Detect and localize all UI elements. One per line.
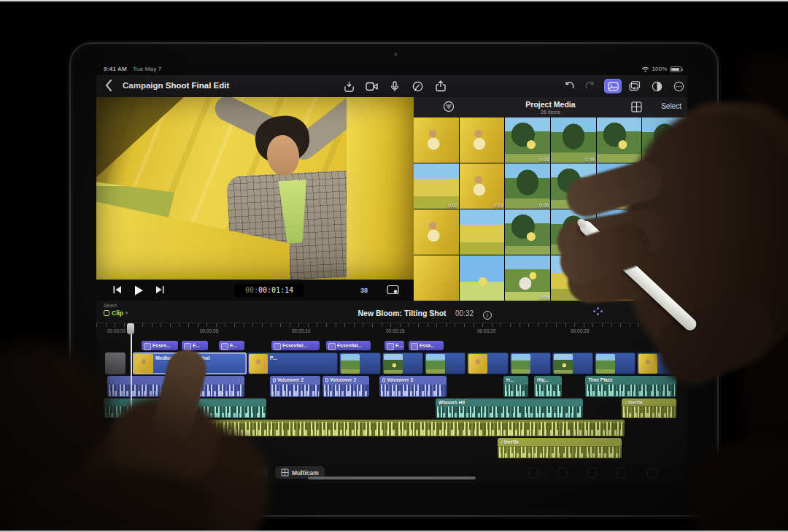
ruler-timecode-label: 00:00:20 <box>477 328 495 334</box>
thumbnail-duration-badge: 0:07 <box>448 203 457 208</box>
photo-top-border <box>0 0 788 1</box>
voiceover-clip[interactable]: Voiceover 2 <box>322 376 369 397</box>
video-clip[interactable] <box>467 352 509 374</box>
media-thumbnail[interactable] <box>460 209 505 255</box>
video-viewer[interactable] <box>96 97 414 280</box>
sfx-clip[interactable]: Hig... <box>534 376 562 397</box>
media-thumbnail[interactable] <box>414 117 459 163</box>
video-clip[interactable] <box>552 352 593 374</box>
photo-stage: 9:41 AM Tue May 7 100% Campaign Shoot Fi… <box>0 0 788 532</box>
timecode-display[interactable]: 00:00:01:14 <box>235 284 304 297</box>
undo-button[interactable] <box>560 79 578 93</box>
trim-tool-button-disabled[interactable] <box>528 468 538 478</box>
skip-back-button[interactable] <box>112 285 123 298</box>
thumbnail-duration-badge: 0:05 <box>539 295 549 300</box>
thumbnail-duration-badge: 0:19 <box>494 203 503 208</box>
title-clip[interactable]: Essential... <box>271 341 320 350</box>
clip-thumbnail <box>468 354 487 374</box>
append-tool-button-disabled[interactable] <box>616 468 626 478</box>
voiceover-clip[interactable]: Voiceover 2 <box>270 376 320 397</box>
clip-label: Essential... <box>337 343 369 348</box>
audio-waveform <box>324 385 368 396</box>
wifi-icon <box>641 66 649 72</box>
media-thumbnail[interactable] <box>460 255 505 301</box>
media-thumbnail[interactable]: 0:06 <box>505 163 550 209</box>
title-clip[interactable]: Essen... <box>142 341 178 350</box>
clip-label: E... <box>395 343 403 348</box>
audio-waveform <box>271 385 319 396</box>
ruler-ticks <box>96 323 687 327</box>
left-hand-lower <box>7 471 212 532</box>
clip-label: Inertia <box>501 439 620 444</box>
timeline-ruler[interactable]: 00:00:0000:00:0500:00:1000:00:1500:00:20… <box>96 323 687 339</box>
title-clip[interactable]: Essa... <box>409 341 444 350</box>
delete-tool-button-disabled[interactable] <box>647 468 657 478</box>
title-clip[interactable]: E... <box>219 341 244 350</box>
media-thumbnail[interactable]: 0:19 <box>460 163 505 209</box>
clip-label: Essa... <box>420 343 442 348</box>
whoosh-hit-clip[interactable]: Whoosh Hit <box>436 398 583 418</box>
media-thumbnail[interactable] <box>505 209 550 255</box>
redo-button[interactable] <box>581 79 598 93</box>
media-thumbnail[interactable]: 0:04 <box>505 117 550 163</box>
thumbnail-duration-badge: 0:06 <box>539 203 549 208</box>
clip-info-button[interactable]: i <box>483 311 492 320</box>
microphone-button[interactable] <box>386 79 403 93</box>
clip-mode-value: Clip <box>112 309 123 317</box>
connect-clips-icon[interactable] <box>592 307 604 316</box>
sfx-clip[interactable]: H... <box>503 376 528 397</box>
clip-label: P... <box>270 355 336 361</box>
voiceover-clip[interactable]: Voiceover 3 <box>379 376 447 397</box>
frame-rate-indicator: 38 <box>360 287 368 294</box>
pencil-tools-button[interactable] <box>409 79 426 93</box>
more-options-button[interactable] <box>670 79 687 93</box>
media-thumbnail[interactable]: 0:05 <box>505 255 550 301</box>
play-button[interactable] <box>133 285 144 299</box>
clip-thumbnail <box>511 354 530 374</box>
media-thumbnail[interactable] <box>414 255 459 301</box>
project-title: Campaign Shoot Final Edit <box>123 81 229 90</box>
clip-mode-selector[interactable]: Clip ▾ <box>104 309 128 317</box>
clip-label: E... <box>230 343 243 348</box>
color-adjust-button[interactable] <box>648 79 665 93</box>
clip-thumbnail <box>134 354 153 374</box>
media-thumbnail[interactable] <box>460 117 505 163</box>
clip-label: Voiceover 2 <box>273 377 319 382</box>
clip-thumbnail <box>341 354 360 374</box>
video-clip[interactable] <box>425 352 466 374</box>
back-button[interactable] <box>105 79 117 93</box>
title-clip[interactable]: Essential... <box>326 341 371 350</box>
clips-library-button[interactable] <box>626 79 644 93</box>
camera-button[interactable] <box>363 79 380 93</box>
front-camera <box>394 53 398 57</box>
title-clip[interactable]: E... <box>385 341 404 350</box>
share-button[interactable] <box>432 79 449 93</box>
status-time-date: 9:41 AM Tue May 7 <box>104 66 162 72</box>
media-thumbnail[interactable]: 0:09 <box>551 117 596 163</box>
media-browser-button[interactable] <box>604 79 622 93</box>
status-bar: 9:41 AM Tue May 7 100% <box>96 63 687 75</box>
music-clip[interactable]: Inertia <box>498 438 622 458</box>
audio-waveform <box>437 406 582 417</box>
navigation-bar: Campaign Shoot Final Edit <box>96 75 687 97</box>
clip-label: Voiceover 3 <box>382 377 445 382</box>
clip-label: H... <box>506 377 527 382</box>
import-media-button[interactable] <box>340 79 358 93</box>
audio-waveform <box>499 447 620 458</box>
media-thumbnail[interactable]: 0:07 <box>414 163 459 209</box>
viewer-display-options-button[interactable] <box>387 285 399 298</box>
ruler-timecode-label: 00:00:10 <box>292 328 310 334</box>
blade-tool-button-disabled[interactable] <box>557 468 568 478</box>
media-thumbnail[interactable] <box>414 209 459 255</box>
video-clip[interactable]: P... <box>247 352 338 374</box>
home-indicator[interactable] <box>308 477 476 479</box>
clip-thumbnail <box>554 354 573 374</box>
playhead-handle[interactable] <box>127 323 134 334</box>
offscreen-clip[interactable] <box>105 352 125 374</box>
skip-forward-button[interactable] <box>155 285 165 298</box>
video-clip[interactable] <box>510 352 551 374</box>
overwrite-tool-button-disabled[interactable] <box>587 468 597 478</box>
video-clip[interactable] <box>382 352 423 374</box>
clip-label: Voiceover 2 <box>325 377 368 382</box>
video-clip[interactable] <box>339 352 381 374</box>
